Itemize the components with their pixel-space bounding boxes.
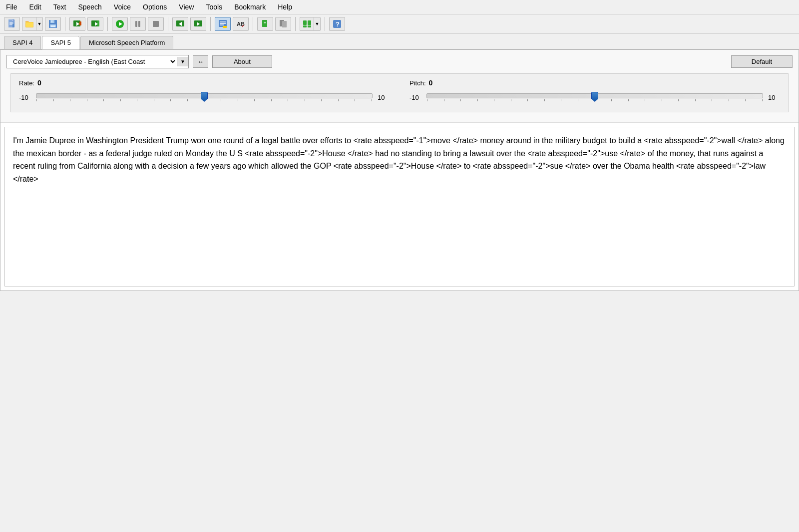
svg-rect-9 <box>51 20 52 22</box>
svg-text:+: + <box>264 20 266 25</box>
tab-bar: SAPI 4 SAPI 5 Microsoft Speech Platform <box>0 34 799 49</box>
record-button[interactable] <box>69 17 85 31</box>
menu-view[interactable]: View <box>177 2 196 12</box>
rate-value: 0 <box>37 79 41 87</box>
svg-rect-33 <box>223 26 227 28</box>
sep6 <box>295 17 296 31</box>
rate-label-row: Rate: 0 <box>19 79 390 87</box>
menu-edit[interactable]: Edit <box>27 2 43 12</box>
sep2 <box>107 17 108 31</box>
sep1 <box>65 17 65 31</box>
menu-text[interactable]: Text <box>51 2 68 12</box>
export-button[interactable] <box>87 17 103 31</box>
add-bookmark-button[interactable]: + <box>257 17 273 31</box>
rate-track-row: -10 <box>19 90 390 105</box>
menu-bookmark[interactable]: Bookmark <box>232 2 268 12</box>
open-folder-button[interactable]: ▼ <box>22 17 43 31</box>
bookmarks-button[interactable] <box>275 17 291 31</box>
help-button[interactable]: ? <box>329 17 345 31</box>
pitch-min: -10 <box>409 94 421 101</box>
rate-min: -10 <box>19 94 31 101</box>
new-doc-button[interactable] <box>4 17 20 31</box>
svg-rect-11 <box>51 25 55 27</box>
spell-check-button[interactable]: AB✓ <box>233 17 249 31</box>
menu-options[interactable]: Options <box>141 2 169 12</box>
pitch-slider-group: Pitch: 0 -10 <box>409 79 780 105</box>
sliders-section: Rate: 0 -10 <box>10 73 789 112</box>
pitch-value: 0 <box>429 79 433 87</box>
pitch-slider-track[interactable] <box>426 93 763 98</box>
pause-button[interactable] <box>130 17 146 31</box>
stop-button[interactable] <box>148 17 164 31</box>
svg-rect-44 <box>308 20 311 25</box>
text-area-wrapper: I'm Jamie Dupree in Washington President… <box>4 127 795 286</box>
next-sentence-button[interactable] <box>190 17 206 31</box>
svg-rect-24 <box>182 20 184 26</box>
about-button[interactable]: About <box>212 55 272 68</box>
open-folder-arrow[interactable]: ▼ <box>36 17 43 31</box>
sep7 <box>325 17 325 31</box>
rate-slider-container <box>36 90 373 105</box>
voice-select[interactable]: CereVoice Jamiedupree - English (East Co… <box>7 55 177 68</box>
refresh-button[interactable]: ↔ <box>193 55 208 68</box>
svg-rect-20 <box>135 21 137 27</box>
svg-rect-21 <box>138 21 140 27</box>
text-content[interactable]: I'm Jamie Dupree in Washington President… <box>5 127 794 192</box>
svg-rect-16 <box>97 20 99 26</box>
svg-rect-14 <box>79 21 81 25</box>
svg-rect-43 <box>303 20 307 25</box>
settings-arrow[interactable]: ▼ <box>314 17 321 31</box>
sep4 <box>210 17 211 31</box>
pitch-label: Pitch: <box>409 79 426 87</box>
settings-main[interactable] <box>300 17 314 31</box>
open-folder-main[interactable] <box>22 17 36 31</box>
svg-rect-6 <box>26 22 33 27</box>
save-button[interactable] <box>45 17 61 31</box>
voice-row: CereVoice Jamiedupree - English (East Co… <box>6 55 793 68</box>
menu-voice[interactable]: Voice <box>112 2 133 12</box>
svg-rect-45 <box>303 25 307 27</box>
toolbar: ▼ AB✓ + <box>0 14 799 34</box>
rate-slider-track[interactable] <box>36 93 373 98</box>
menu-tools[interactable]: Tools <box>204 2 224 12</box>
svg-text:?: ? <box>336 20 340 28</box>
settings-button[interactable]: ▼ <box>300 17 321 31</box>
pitch-max: 10 <box>768 94 780 101</box>
pitch-label-row: Pitch: 0 <box>409 79 780 87</box>
rate-slider-group: Rate: 0 -10 <box>19 79 390 105</box>
rate-label: Rate: <box>19 79 34 87</box>
tab-sapi5[interactable]: SAPI 5 <box>42 36 79 49</box>
svg-rect-27 <box>194 20 196 26</box>
default-button[interactable]: Default <box>731 55 793 68</box>
sliders-row: Rate: 0 -10 <box>19 79 780 105</box>
pitch-slider-container <box>426 90 763 105</box>
svg-text:✓: ✓ <box>241 23 245 28</box>
tab-ms-speech[interactable]: Microsoft Speech Platform <box>80 36 173 49</box>
tab-sapi4[interactable]: SAPI 4 <box>4 36 41 49</box>
menu-file[interactable]: File <box>4 2 19 12</box>
svg-rect-22 <box>153 21 159 27</box>
prev-sentence-button[interactable] <box>172 17 188 31</box>
sep3 <box>168 17 168 31</box>
pitch-track-row: -10 <box>409 90 780 105</box>
menu-speech[interactable]: Speech <box>76 2 103 12</box>
menu-help[interactable]: Help <box>276 2 294 12</box>
highlight-button[interactable] <box>215 17 231 31</box>
voice-select-wrapper: CereVoice Jamiedupree - English (East Co… <box>6 55 189 68</box>
play-button[interactable] <box>112 17 128 31</box>
voice-dropdown-arrow[interactable]: ▼ <box>177 57 188 66</box>
voice-section: CereVoice Jamiedupree - English (East Co… <box>0 50 799 123</box>
svg-rect-46 <box>308 25 311 27</box>
rate-max: 10 <box>378 94 390 101</box>
menu-bar: File Edit Text Speech Voice Options View… <box>0 0 799 14</box>
sep5 <box>253 17 253 31</box>
main-panel: CereVoice Jamiedupree - English (East Co… <box>0 49 799 291</box>
